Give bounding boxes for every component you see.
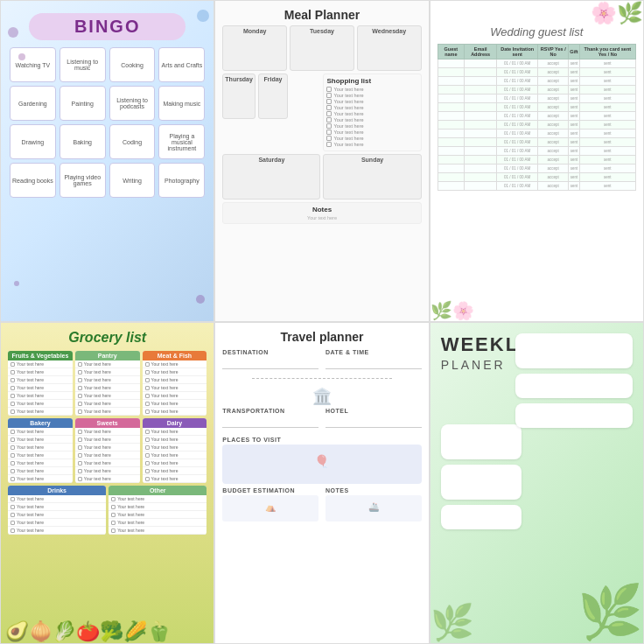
grocery-checkbox[interactable] (78, 362, 82, 367)
wedding-row: 01 / 01 / 00 AMacceptsentsent (438, 147, 635, 156)
weekly-box-5 (441, 465, 522, 500)
travel-transport-field: TRANSPORTATION (222, 408, 318, 433)
grocery-checkbox[interactable] (111, 528, 116, 533)
grocery-checkbox[interactable] (145, 386, 150, 390)
grocery-checkbox[interactable] (111, 505, 116, 509)
shopping-checkbox[interactable] (326, 99, 332, 104)
grocery-item: Your text here (75, 428, 140, 436)
grocery-checkbox[interactable] (78, 438, 82, 442)
grocery-checkbox[interactable] (10, 477, 15, 481)
wedding-header: Thank you card sent Yes / No (579, 45, 635, 60)
grocery-checkbox[interactable] (111, 521, 116, 525)
grocery-checkbox[interactable] (145, 477, 150, 481)
grocery-checkbox[interactable] (78, 453, 82, 458)
grocery-checkbox[interactable] (10, 430, 15, 434)
bingo-dot-3 (196, 295, 205, 304)
grocery-checkbox[interactable] (145, 362, 150, 367)
grocery-checkbox[interactable] (78, 430, 82, 434)
shopping-checkbox[interactable] (326, 123, 332, 129)
grocery-checkbox[interactable] (78, 394, 82, 398)
grocery-item-text: Your text here (17, 409, 44, 414)
wedding-cell (438, 164, 464, 173)
grocery-checkbox[interactable] (145, 394, 150, 398)
grocery-checkbox[interactable] (78, 410, 82, 414)
grocery-checkbox[interactable] (145, 370, 150, 374)
grocery-checkbox[interactable] (78, 378, 82, 382)
grocery-checkbox[interactable] (10, 461, 15, 466)
grocery-checkbox[interactable] (10, 438, 15, 442)
grocery-item: Your text here (75, 384, 140, 392)
grocery-checkbox[interactable] (78, 477, 82, 481)
grocery-checkbox[interactable] (10, 513, 15, 517)
grocery-item: Your text here (8, 459, 73, 467)
grocery-checkbox[interactable] (10, 453, 15, 458)
grocery-item-text: Your text here (17, 444, 44, 450)
shopping-checkbox[interactable] (326, 111, 332, 116)
grocery-checkbox[interactable] (145, 378, 150, 382)
wedding-cell: 01 / 01 / 00 AM (497, 156, 538, 164)
grocery-checkbox[interactable] (78, 445, 82, 450)
wedding-cell (465, 164, 497, 173)
grocery-checkbox[interactable] (78, 370, 82, 374)
grocery-item-text: Your text here (84, 437, 111, 442)
grocery-checkbox[interactable] (145, 438, 150, 442)
hotel-label: HOTEL (326, 408, 422, 414)
grocery-item: Your text here (8, 475, 73, 483)
travel-title: Travel planner (222, 330, 421, 344)
grocery-checkbox[interactable] (111, 513, 116, 517)
bingo-cell: Drawing (10, 124, 56, 159)
grocery-item: Your text here (143, 436, 207, 444)
grocery-checkbox[interactable] (78, 469, 82, 473)
grocery-checkbox[interactable] (145, 410, 150, 414)
grocery-checkbox[interactable] (145, 430, 150, 434)
shopping-checkbox[interactable] (326, 117, 332, 122)
grocery-checkbox[interactable] (10, 528, 15, 533)
shopping-item: Your text here (326, 99, 417, 104)
grocery-checkbox[interactable] (10, 497, 15, 501)
grocery-item: Your text here (8, 376, 73, 384)
wedding-cell: sent (579, 147, 635, 156)
grocery-checkbox[interactable] (10, 469, 15, 473)
grocery-checkbox[interactable] (10, 394, 15, 398)
grocery-checkbox[interactable] (145, 445, 150, 450)
grocery-checkbox[interactable] (145, 453, 150, 458)
wedding-cell (438, 94, 464, 103)
bingo-cell: Playing video games (60, 163, 106, 198)
shopping-checkbox[interactable] (326, 136, 332, 141)
grocery-item-text: Your text here (84, 401, 111, 406)
grocery-item-text: Your text here (151, 452, 178, 458)
budget-value: ⛺ (222, 495, 318, 522)
grocery-checkbox[interactable] (10, 445, 15, 450)
shopping-checkbox[interactable] (326, 93, 332, 98)
grocery-checkbox[interactable] (10, 521, 15, 525)
grocery-checkbox[interactable] (145, 469, 150, 473)
travel-path-deco (252, 378, 391, 379)
bingo-cell: Cooking (109, 47, 156, 82)
grocery-checkbox[interactable] (78, 386, 82, 390)
shopping-checkbox[interactable] (326, 130, 332, 135)
shopping-checkbox[interactable] (326, 105, 332, 110)
grocery-checkbox[interactable] (10, 410, 15, 414)
grocery-checkbox[interactable] (78, 461, 82, 466)
wedding-row: 01 / 01 / 00 AMacceptsentsent (438, 68, 635, 77)
grocery-checkbox[interactable] (145, 402, 150, 406)
date-value (326, 357, 422, 369)
grocery-checkbox[interactable] (78, 402, 82, 406)
weekly-box-3 (515, 403, 633, 428)
shopping-checkbox[interactable] (326, 87, 332, 92)
grocery-checkbox[interactable] (10, 362, 15, 367)
meal-planner-panel: Meal Planner MondayTuesdayWednesday Thur… (214, 0, 429, 322)
wedding-cell (465, 94, 497, 103)
wedding-cell: accept (538, 182, 569, 191)
grocery-checkbox[interactable] (10, 370, 15, 374)
grocery-checkbox[interactable] (10, 386, 15, 390)
grocery-checkbox[interactable] (145, 461, 150, 466)
grocery-section-header: Meat & Fish (143, 351, 207, 360)
grocery-checkbox[interactable] (10, 378, 15, 382)
grocery-item-text: Your text here (84, 385, 111, 390)
grocery-checkbox[interactable] (111, 497, 116, 501)
shopping-checkbox[interactable] (326, 142, 332, 147)
grocery-checkbox[interactable] (10, 505, 15, 509)
grocery-other-section: Other Your text here Your text here Your… (108, 486, 206, 535)
grocery-checkbox[interactable] (10, 402, 15, 406)
